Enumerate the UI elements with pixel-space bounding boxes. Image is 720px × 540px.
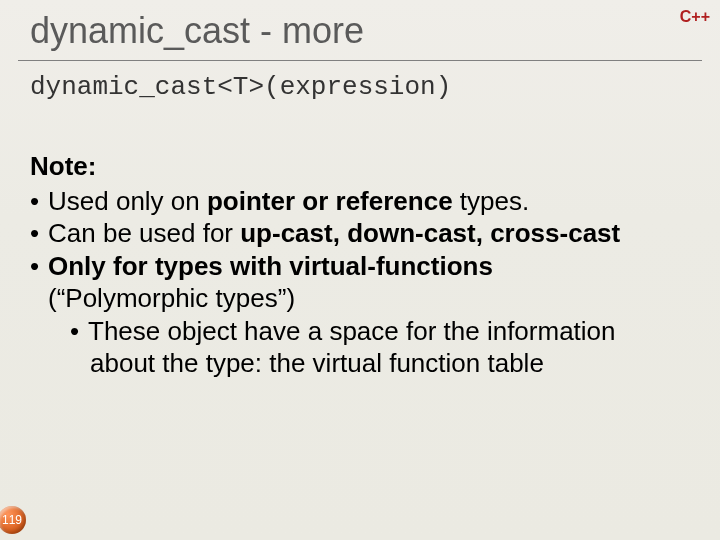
bullet-1-bold: pointer or reference — [207, 186, 453, 216]
title-divider — [18, 60, 702, 61]
bullet-3: • Only for types with virtual-functions — [30, 250, 690, 283]
bullet-4-cont: about the type: the virtual function tab… — [90, 347, 690, 380]
slide-title: dynamic_cast - more — [30, 10, 364, 52]
language-badge: C++ — [680, 8, 710, 26]
bullet-2-bold: up-cast, down-cast, cross-cast — [240, 218, 620, 248]
page-number: 119 — [2, 513, 22, 527]
bullet-3-bold: Only for types with virtual-functions — [48, 250, 493, 283]
bullet-4: • These object have a space for the info… — [70, 315, 690, 348]
bullet-2: • Can be used for up-cast, down-cast, cr… — [30, 217, 690, 250]
slide-body: Note: • Used only on pointer or referenc… — [30, 150, 690, 380]
note-heading: Note: — [30, 150, 690, 183]
bullet-4-line2: about the type: the virtual function tab… — [90, 347, 544, 380]
bullet-4-line1: These object have a space for the inform… — [88, 315, 616, 348]
page-number-badge: 119 — [0, 506, 26, 534]
bullet-1-pre: Used only on — [48, 186, 207, 216]
bullet-2-pre: Can be used for — [48, 218, 240, 248]
code-syntax: dynamic_cast<T>(expression) — [30, 72, 451, 102]
bullet-1: • Used only on pointer or reference type… — [30, 185, 690, 218]
bullet-3-sub: (“Polymorphic types”) — [30, 282, 690, 315]
bullet-3-sub-text: (“Polymorphic types”) — [48, 282, 295, 315]
bullet-1-post: types. — [453, 186, 530, 216]
